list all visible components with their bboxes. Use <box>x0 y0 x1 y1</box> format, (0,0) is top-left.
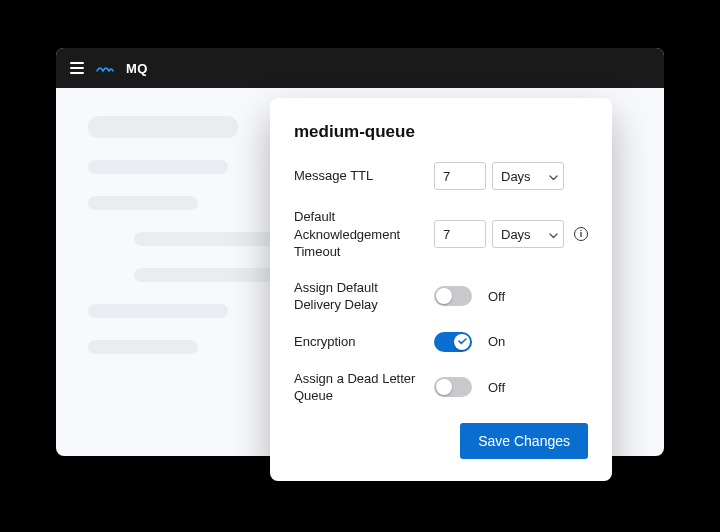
row-encryption: Encryption On <box>294 332 588 352</box>
row-ack-timeout: Default Acknowledgement Timeout Days i <box>294 208 588 261</box>
dlq-toggle[interactable] <box>434 377 472 397</box>
encryption-toggle[interactable] <box>434 332 472 352</box>
ack-timeout-unit-select[interactable]: Days <box>492 220 564 248</box>
message-ttl-unit-select[interactable]: Days <box>492 162 564 190</box>
skeleton-line <box>88 196 198 210</box>
label-delivery-delay: Assign Default Delivery Delay <box>294 279 434 314</box>
skeleton-line <box>88 340 198 354</box>
logo-icon <box>96 63 114 73</box>
ack-timeout-value-input[interactable] <box>434 220 486 248</box>
info-icon[interactable]: i <box>574 227 588 241</box>
delivery-delay-state: Off <box>488 289 505 304</box>
encryption-state: On <box>488 334 505 349</box>
title-bar: MQ <box>56 48 664 88</box>
row-message-ttl: Message TTL Days <box>294 162 588 190</box>
skeleton-line <box>88 304 228 318</box>
menu-icon[interactable] <box>70 62 84 74</box>
row-dlq: Assign a Dead Letter Queue Off <box>294 370 588 405</box>
app-title: MQ <box>126 61 148 76</box>
panel-title: medium-queue <box>294 122 588 142</box>
label-ack-timeout: Default Acknowledgement Timeout <box>294 208 434 261</box>
skeleton-line <box>88 160 228 174</box>
settings-panel: medium-queue Message TTL Days Default Ac… <box>270 98 612 481</box>
dlq-state: Off <box>488 380 505 395</box>
skeleton-line <box>88 116 238 138</box>
label-dlq: Assign a Dead Letter Queue <box>294 370 434 405</box>
label-encryption: Encryption <box>294 333 434 351</box>
message-ttl-value-input[interactable] <box>434 162 486 190</box>
label-message-ttl: Message TTL <box>294 167 434 185</box>
row-delivery-delay: Assign Default Delivery Delay Off <box>294 279 588 314</box>
delivery-delay-toggle[interactable] <box>434 286 472 306</box>
save-changes-button[interactable]: Save Changes <box>460 423 588 459</box>
